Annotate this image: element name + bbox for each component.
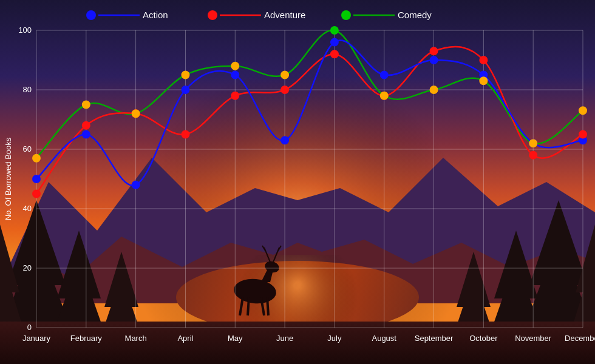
svg-point-64 bbox=[182, 72, 189, 79]
svg-point-57 bbox=[430, 47, 438, 55]
svg-point-67 bbox=[331, 27, 338, 34]
svg-point-59 bbox=[529, 152, 537, 159]
svg-point-52 bbox=[182, 131, 189, 138]
svg-point-55 bbox=[331, 50, 338, 58]
svg-text:100: 100 bbox=[18, 25, 32, 35]
svg-text:June: June bbox=[276, 334, 293, 343]
svg-text:Adventure: Adventure bbox=[264, 10, 305, 20]
svg-text:November: November bbox=[515, 334, 552, 343]
svg-point-79 bbox=[341, 10, 351, 20]
svg-text:0: 0 bbox=[27, 323, 32, 332]
svg-text:August: August bbox=[372, 334, 396, 343]
svg-point-38 bbox=[83, 131, 90, 138]
svg-point-76 bbox=[208, 10, 217, 20]
svg-text:40: 40 bbox=[23, 204, 32, 213]
svg-text:20: 20 bbox=[23, 263, 32, 272]
svg-point-50 bbox=[83, 122, 90, 129]
svg-text:October: October bbox=[469, 334, 498, 343]
svg-text:September: September bbox=[415, 334, 454, 343]
svg-point-37 bbox=[33, 175, 40, 183]
chart-container: 020406080100 No. Of Borrowed Books Janua… bbox=[0, 0, 595, 364]
svg-text:January: January bbox=[22, 334, 51, 343]
svg-text:Comedy: Comedy bbox=[398, 10, 432, 20]
svg-point-49 bbox=[33, 190, 40, 198]
chart-svg: 020406080100 No. Of Borrowed Books Janua… bbox=[0, 0, 595, 364]
svg-text:60: 60 bbox=[23, 144, 32, 153]
svg-point-42 bbox=[281, 136, 288, 144]
svg-point-45 bbox=[430, 56, 438, 64]
svg-point-53 bbox=[231, 92, 239, 99]
svg-text:Action: Action bbox=[143, 10, 168, 20]
svg-point-62 bbox=[83, 101, 90, 109]
svg-text:April: April bbox=[177, 334, 193, 343]
svg-point-60 bbox=[579, 131, 586, 138]
svg-point-73 bbox=[86, 10, 96, 20]
svg-text:May: May bbox=[228, 334, 243, 343]
svg-point-40 bbox=[182, 86, 189, 93]
svg-point-71 bbox=[529, 140, 537, 147]
svg-point-44 bbox=[381, 72, 388, 79]
svg-point-39 bbox=[132, 181, 140, 189]
svg-point-63 bbox=[132, 110, 140, 117]
svg-point-68 bbox=[381, 92, 388, 99]
svg-point-61 bbox=[33, 155, 40, 162]
svg-point-66 bbox=[281, 72, 288, 79]
svg-point-54 bbox=[281, 86, 288, 93]
svg-text:March: March bbox=[125, 334, 147, 343]
svg-text:80: 80 bbox=[23, 85, 32, 94]
svg-point-43 bbox=[331, 39, 338, 46]
svg-point-70 bbox=[480, 77, 487, 84]
svg-text:No. Of Borrowed Books: No. Of Borrowed Books bbox=[4, 137, 13, 220]
svg-text:February: February bbox=[70, 334, 103, 343]
svg-point-58 bbox=[480, 56, 487, 64]
svg-point-65 bbox=[231, 62, 239, 70]
svg-text:December: December bbox=[565, 334, 595, 343]
svg-point-41 bbox=[231, 72, 239, 79]
svg-point-72 bbox=[579, 107, 586, 114]
svg-point-69 bbox=[430, 86, 438, 93]
svg-text:July: July bbox=[327, 334, 342, 343]
